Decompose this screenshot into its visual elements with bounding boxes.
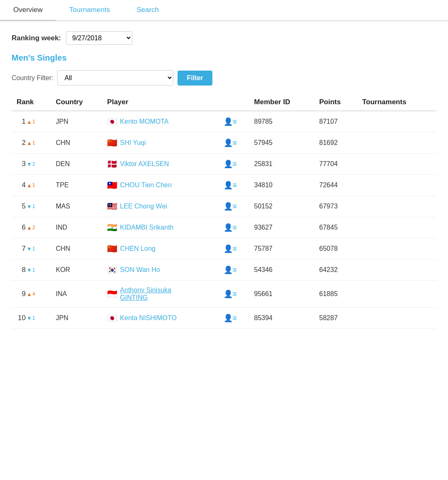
rankings-table: Rank Country Player Member ID Points Tou… bbox=[12, 94, 436, 329]
member-profile-icon[interactable]: 👤≡ bbox=[224, 223, 237, 232]
flag-icon: 🇨🇳 bbox=[107, 245, 117, 253]
table-row: 9▲4INA🇮🇩Anthony SinisukaGINTING👤≡9566161… bbox=[12, 281, 436, 308]
player-name-link[interactable]: SON Wan Ho bbox=[120, 266, 160, 274]
member-icon-cell: 👤≡ bbox=[220, 175, 251, 196]
flag-icon: 🇯🇵 bbox=[107, 118, 117, 126]
member-id-cell: 95661 bbox=[251, 281, 316, 308]
player-cell: 🇲🇾LEE Chong Wei bbox=[104, 196, 220, 217]
arrow-up-icon: ▲ bbox=[27, 140, 32, 146]
ranking-week-label: Ranking week: bbox=[12, 34, 61, 42]
member-icon-cell: 👤≡ bbox=[220, 217, 251, 238]
tournaments-cell bbox=[359, 260, 436, 281]
rank-cell: 1▲1 bbox=[12, 111, 53, 132]
player-cell: 🇹🇼CHOU Tien Chen bbox=[104, 175, 220, 196]
member-profile-icon[interactable]: 👤≡ bbox=[224, 160, 237, 168]
country-cell: KOR bbox=[53, 260, 104, 281]
country-cell: CHN bbox=[53, 238, 104, 260]
player-cell: 🇰🇷SON Wan Ho bbox=[104, 260, 220, 281]
member-id-cell: 25831 bbox=[251, 154, 316, 175]
rank-cell: 3▼2 bbox=[12, 154, 53, 175]
member-icon-cell: 👤≡ bbox=[220, 260, 251, 281]
country-cell: INA bbox=[53, 281, 104, 308]
player-name-link[interactable]: LEE Chong Wei bbox=[120, 203, 167, 210]
member-icon-cell: 👤≡ bbox=[220, 308, 251, 329]
rank-cell: 6▲2 bbox=[12, 217, 53, 238]
player-cell: 🇮🇩Anthony SinisukaGINTING bbox=[104, 281, 220, 308]
tab-search[interactable]: Search bbox=[123, 0, 172, 21]
points-cell: 72644 bbox=[316, 175, 359, 196]
arrow-down-icon: ▼ bbox=[27, 203, 32, 210]
rank-cell: 9▲4 bbox=[12, 281, 53, 308]
member-profile-icon[interactable]: 👤≡ bbox=[224, 202, 237, 211]
member-id-cell: 85394 bbox=[251, 308, 316, 329]
member-icon-cell: 👤≡ bbox=[220, 281, 251, 308]
member-icon-cell: 👤≡ bbox=[220, 132, 251, 154]
member-icon-cell: 👤≡ bbox=[220, 111, 251, 132]
rank-cell: 2▲1 bbox=[12, 132, 53, 154]
member-profile-icon[interactable]: 👤≡ bbox=[224, 314, 237, 322]
player-cell: 🇩🇰Viktor AXELSEN bbox=[104, 154, 220, 175]
flag-icon: 🇮🇳 bbox=[107, 223, 117, 232]
flag-icon: 🇯🇵 bbox=[107, 314, 117, 322]
member-profile-icon[interactable]: 👤≡ bbox=[224, 181, 237, 189]
member-id-cell: 34810 bbox=[251, 175, 316, 196]
table-row: 4▲1TPE🇹🇼CHOU Tien Chen👤≡3481072644 bbox=[12, 175, 436, 196]
col-rank: Rank bbox=[12, 94, 53, 111]
member-id-cell: 93627 bbox=[251, 217, 316, 238]
country-filter-row: Country Filter: All Filter bbox=[12, 70, 436, 86]
flag-icon: 🇨🇳 bbox=[107, 139, 117, 147]
points-cell: 58287 bbox=[316, 308, 359, 329]
arrow-down-icon: ▼ bbox=[27, 161, 32, 167]
table-header-row: Rank Country Player Member ID Points Tou… bbox=[12, 94, 436, 111]
country-cell: IND bbox=[53, 217, 104, 238]
country-cell: MAS bbox=[53, 196, 104, 217]
player-cell: 🇯🇵Kenta NISHIMOTO bbox=[104, 308, 220, 329]
country-cell: TPE bbox=[53, 175, 104, 196]
rank-cell: 10▼1 bbox=[12, 308, 53, 329]
arrow-up-icon: ▲ bbox=[27, 225, 32, 231]
country-cell: JPN bbox=[53, 111, 104, 132]
player-name-link[interactable]: CHEN Long bbox=[120, 245, 155, 252]
rank-cell: 7▼1 bbox=[12, 238, 53, 260]
member-profile-icon[interactable]: 👤≡ bbox=[224, 139, 237, 147]
table-row: 2▲1CHN🇨🇳SHI Yuqi👤≡5794581692 bbox=[12, 132, 436, 154]
member-profile-icon[interactable]: 👤≡ bbox=[224, 118, 237, 126]
player-name-link[interactable]: KIDAMBI Srikanth bbox=[120, 224, 173, 231]
rank-cell: 5▼1 bbox=[12, 196, 53, 217]
player-name-link[interactable]: Kenta NISHIMOTO bbox=[120, 314, 177, 322]
member-profile-icon[interactable]: 👤≡ bbox=[224, 290, 237, 298]
table-row: 3▼2DEN🇩🇰Viktor AXELSEN👤≡2583177704 bbox=[12, 154, 436, 175]
filter-button[interactable]: Filter bbox=[178, 71, 212, 86]
player-name-link[interactable]: CHOU Tien Chen bbox=[120, 181, 172, 189]
points-cell: 67845 bbox=[316, 217, 359, 238]
country-cell: CHN bbox=[53, 132, 104, 154]
arrow-up-icon: ▲ bbox=[27, 291, 32, 297]
points-cell: 64232 bbox=[316, 260, 359, 281]
member-id-cell: 57945 bbox=[251, 132, 316, 154]
member-profile-icon[interactable]: 👤≡ bbox=[224, 245, 237, 253]
table-row: 5▼1MAS🇲🇾LEE Chong Wei👤≡5015267973 bbox=[12, 196, 436, 217]
main-content: Ranking week: 9/27/20189/20/20189/13/201… bbox=[0, 21, 448, 339]
player-name-link[interactable]: Kento MOMOTA bbox=[120, 118, 168, 125]
rank-cell: 8▼1 bbox=[12, 260, 53, 281]
ranking-week-select[interactable]: 9/27/20189/20/20189/13/2018 bbox=[66, 31, 132, 45]
player-name-link[interactable]: Viktor AXELSEN bbox=[120, 160, 169, 168]
tab-tournaments[interactable]: Tournaments bbox=[56, 0, 123, 21]
tournaments-cell bbox=[359, 196, 436, 217]
member-id-cell: 89785 bbox=[251, 111, 316, 132]
country-filter-label: Country Filter: bbox=[12, 74, 53, 82]
player-name-link[interactable]: SHI Yuqi bbox=[120, 139, 146, 147]
player-cell: 🇮🇳KIDAMBI Srikanth bbox=[104, 217, 220, 238]
player-cell: 🇯🇵Kento MOMOTA bbox=[104, 111, 220, 132]
player-cell: 🇨🇳CHEN Long bbox=[104, 238, 220, 260]
player-name-link[interactable]: Anthony SinisukaGINTING bbox=[120, 287, 171, 301]
country-filter-select[interactable]: All bbox=[57, 70, 173, 86]
member-icon-cell: 👤≡ bbox=[220, 238, 251, 260]
tournaments-cell bbox=[359, 217, 436, 238]
member-profile-icon[interactable]: 👤≡ bbox=[224, 266, 237, 274]
member-icon-cell: 👤≡ bbox=[220, 196, 251, 217]
tab-overview[interactable]: Overview bbox=[0, 0, 56, 21]
tournaments-cell bbox=[359, 175, 436, 196]
tabs-bar: Overview Tournaments Search bbox=[0, 0, 448, 21]
rank-cell: 4▲1 bbox=[12, 175, 53, 196]
